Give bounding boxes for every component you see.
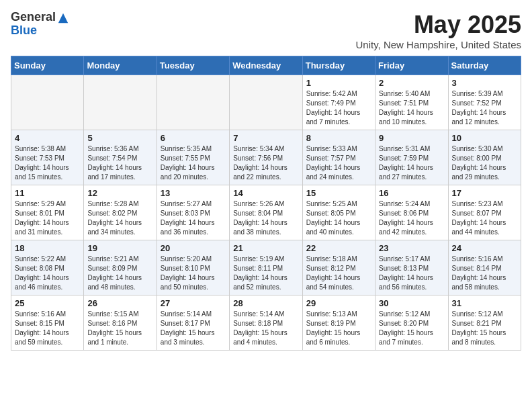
day-info: Sunrise: 5:17 AM Sunset: 8:13 PM Dayligh… — [379, 255, 444, 292]
day-number: 30 — [379, 298, 444, 308]
week-row-3: 11Sunrise: 5:29 AM Sunset: 8:01 PM Dayli… — [11, 185, 521, 240]
day-number: 10 — [452, 133, 517, 143]
calendar-cell: 13Sunrise: 5:27 AM Sunset: 8:03 PM Dayli… — [157, 185, 229, 240]
calendar-cell: 30Sunrise: 5:12 AM Sunset: 8:20 PM Dayli… — [375, 295, 448, 351]
day-number: 28 — [233, 298, 298, 308]
calendar-cell: 22Sunrise: 5:18 AM Sunset: 8:12 PM Dayli… — [302, 240, 375, 295]
month-title: May 2025 — [356, 11, 521, 39]
calendar-cell: 31Sunrise: 5:12 AM Sunset: 8:21 PM Dayli… — [448, 295, 521, 351]
day-info: Sunrise: 5:39 AM Sunset: 7:52 PM Dayligh… — [452, 89, 517, 127]
day-info: Sunrise: 5:24 AM Sunset: 8:06 PM Dayligh… — [379, 199, 444, 237]
logo-text: General Blue — [11, 11, 56, 38]
day-info: Sunrise: 5:18 AM Sunset: 8:12 PM Dayligh… — [306, 255, 371, 292]
calendar-cell: 10Sunrise: 5:30 AM Sunset: 8:00 PM Dayli… — [448, 130, 521, 185]
day-number: 8 — [306, 133, 371, 143]
day-number: 1 — [306, 78, 371, 88]
day-info: Sunrise: 5:34 AM Sunset: 7:56 PM Dayligh… — [233, 144, 298, 182]
day-info: Sunrise: 5:21 AM Sunset: 8:09 PM Dayligh… — [87, 255, 152, 292]
calendar-cell: 6Sunrise: 5:35 AM Sunset: 7:55 PM Daylig… — [157, 130, 229, 185]
calendar-cell: 17Sunrise: 5:23 AM Sunset: 8:07 PM Dayli… — [448, 185, 521, 240]
calendar-cell: 18Sunrise: 5:22 AM Sunset: 8:08 PM Dayli… — [11, 240, 84, 295]
calendar: SundayMondayTuesdayWednesdayThursdayFrid… — [11, 56, 521, 351]
calendar-cell: 7Sunrise: 5:34 AM Sunset: 7:56 PM Daylig… — [230, 130, 302, 185]
calendar-cell: 14Sunrise: 5:26 AM Sunset: 8:04 PM Dayli… — [230, 185, 302, 240]
day-info: Sunrise: 5:14 AM Sunset: 8:18 PM Dayligh… — [233, 310, 298, 347]
day-info: Sunrise: 5:28 AM Sunset: 8:02 PM Dayligh… — [87, 199, 152, 237]
title-area: May 2025 Unity, New Hampshire, United St… — [356, 11, 521, 50]
day-number: 16 — [379, 188, 444, 198]
calendar-cell: 28Sunrise: 5:14 AM Sunset: 8:18 PM Dayli… — [230, 295, 302, 351]
day-info: Sunrise: 5:33 AM Sunset: 7:57 PM Dayligh… — [306, 144, 371, 182]
day-info: Sunrise: 5:16 AM Sunset: 8:14 PM Dayligh… — [452, 255, 517, 292]
week-row-1: 1Sunrise: 5:42 AM Sunset: 7:49 PM Daylig… — [11, 75, 521, 130]
calendar-cell: 24Sunrise: 5:16 AM Sunset: 8:14 PM Dayli… — [448, 240, 521, 295]
day-number: 19 — [87, 243, 152, 253]
logo-icon — [57, 12, 69, 24]
calendar-cell: 23Sunrise: 5:17 AM Sunset: 8:13 PM Dayli… — [375, 240, 448, 295]
day-info: Sunrise: 5:35 AM Sunset: 7:55 PM Dayligh… — [161, 144, 226, 182]
day-number: 23 — [379, 243, 444, 253]
day-number: 17 — [452, 188, 517, 198]
day-info: Sunrise: 5:27 AM Sunset: 8:03 PM Dayligh… — [161, 199, 226, 237]
day-info: Sunrise: 5:22 AM Sunset: 8:08 PM Dayligh… — [15, 255, 80, 292]
day-number: 9 — [379, 133, 444, 143]
day-info: Sunrise: 5:12 AM Sunset: 8:21 PM Dayligh… — [452, 310, 517, 347]
header: General Blue May 2025 Unity, New Hampshi… — [11, 11, 521, 50]
day-info: Sunrise: 5:26 AM Sunset: 8:04 PM Dayligh… — [233, 199, 298, 237]
weekday-header-saturday: Saturday — [448, 56, 521, 75]
day-number: 18 — [15, 243, 80, 253]
calendar-cell: 2Sunrise: 5:40 AM Sunset: 7:51 PM Daylig… — [375, 75, 448, 130]
day-info: Sunrise: 5:13 AM Sunset: 8:19 PM Dayligh… — [306, 310, 371, 347]
svg-marker-0 — [58, 13, 68, 23]
day-number: 7 — [233, 133, 298, 143]
day-number: 11 — [15, 188, 80, 198]
weekday-header-monday: Monday — [84, 56, 157, 75]
calendar-cell: 11Sunrise: 5:29 AM Sunset: 8:01 PM Dayli… — [11, 185, 84, 240]
day-number: 14 — [233, 188, 298, 198]
day-info: Sunrise: 5:38 AM Sunset: 7:53 PM Dayligh… — [15, 144, 80, 182]
day-number: 3 — [452, 78, 517, 88]
day-number: 25 — [15, 298, 80, 308]
weekday-header-friday: Friday — [375, 56, 448, 75]
day-info: Sunrise: 5:30 AM Sunset: 8:00 PM Dayligh… — [452, 144, 517, 182]
day-number: 31 — [452, 298, 517, 308]
calendar-cell: 15Sunrise: 5:25 AM Sunset: 8:05 PM Dayli… — [302, 185, 375, 240]
day-info: Sunrise: 5:29 AM Sunset: 8:01 PM Dayligh… — [15, 199, 80, 237]
day-info: Sunrise: 5:15 AM Sunset: 8:16 PM Dayligh… — [87, 310, 152, 347]
day-number: 2 — [379, 78, 444, 88]
logo-blue: Blue — [11, 24, 56, 38]
calendar-cell: 9Sunrise: 5:31 AM Sunset: 7:59 PM Daylig… — [375, 130, 448, 185]
calendar-cell — [11, 75, 84, 130]
week-row-2: 4Sunrise: 5:38 AM Sunset: 7:53 PM Daylig… — [11, 130, 521, 185]
calendar-cell: 19Sunrise: 5:21 AM Sunset: 8:09 PM Dayli… — [84, 240, 157, 295]
calendar-cell — [157, 75, 229, 130]
calendar-cell: 5Sunrise: 5:36 AM Sunset: 7:54 PM Daylig… — [84, 130, 157, 185]
day-number: 13 — [161, 188, 226, 198]
calendar-cell: 20Sunrise: 5:20 AM Sunset: 8:10 PM Dayli… — [157, 240, 229, 295]
day-info: Sunrise: 5:40 AM Sunset: 7:51 PM Dayligh… — [379, 89, 444, 127]
calendar-cell: 21Sunrise: 5:19 AM Sunset: 8:11 PM Dayli… — [230, 240, 302, 295]
day-number: 12 — [87, 188, 152, 198]
weekday-header-row: SundayMondayTuesdayWednesdayThursdayFrid… — [11, 56, 521, 75]
day-number: 29 — [306, 298, 371, 308]
day-info: Sunrise: 5:14 AM Sunset: 8:17 PM Dayligh… — [161, 310, 226, 347]
calendar-cell: 16Sunrise: 5:24 AM Sunset: 8:06 PM Dayli… — [375, 185, 448, 240]
day-info: Sunrise: 5:23 AM Sunset: 8:07 PM Dayligh… — [452, 199, 517, 237]
day-info: Sunrise: 5:31 AM Sunset: 7:59 PM Dayligh… — [379, 144, 444, 182]
day-number: 20 — [161, 243, 226, 253]
day-info: Sunrise: 5:42 AM Sunset: 7:49 PM Dayligh… — [306, 89, 371, 127]
calendar-cell: 3Sunrise: 5:39 AM Sunset: 7:52 PM Daylig… — [448, 75, 521, 130]
calendar-cell: 1Sunrise: 5:42 AM Sunset: 7:49 PM Daylig… — [302, 75, 375, 130]
day-info: Sunrise: 5:12 AM Sunset: 8:20 PM Dayligh… — [379, 310, 444, 347]
subtitle: Unity, New Hampshire, United States — [356, 39, 521, 50]
day-info: Sunrise: 5:20 AM Sunset: 8:10 PM Dayligh… — [161, 255, 226, 292]
calendar-cell — [230, 75, 302, 130]
day-number: 22 — [306, 243, 371, 253]
day-number: 26 — [87, 298, 152, 308]
weekday-header-wednesday: Wednesday — [230, 56, 302, 75]
weekday-header-thursday: Thursday — [302, 56, 375, 75]
day-number: 24 — [452, 243, 517, 253]
day-number: 21 — [233, 243, 298, 253]
weekday-header-tuesday: Tuesday — [157, 56, 229, 75]
calendar-cell: 27Sunrise: 5:14 AM Sunset: 8:17 PM Dayli… — [157, 295, 229, 351]
